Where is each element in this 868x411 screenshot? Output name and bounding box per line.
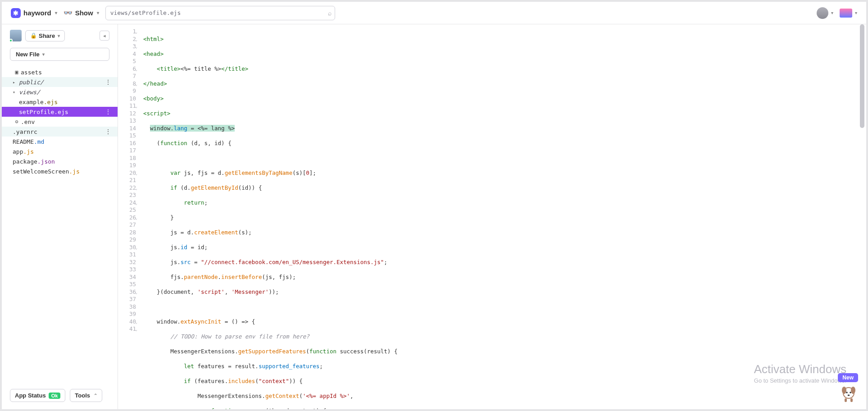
tree-label: .env — [21, 119, 112, 125]
tree-item-env[interactable]: ⊖ .env — [2, 117, 118, 127]
code-content[interactable]: <html> <head> <title><%= title %></title… — [143, 24, 866, 409]
chevron-left-icon: ◂ — [103, 33, 106, 39]
code-editor[interactable]: 1⌄2⌄3⌄456⌄78⌄91011⌄121314151617181920⌄21… — [118, 24, 866, 409]
kebab-icon[interactable]: ⋮ — [104, 128, 112, 135]
app-status-label: App Status — [15, 392, 46, 399]
scrollbar-thumb[interactable] — [860, 24, 864, 128]
sidebar: 🔒 Share ▾ ◂ New File ▾ ▣ assets ▸ public… — [2, 24, 118, 409]
new-badge[interactable]: New — [838, 373, 858, 382]
chevron-up-icon: ⌃ — [94, 393, 97, 398]
kebab-icon[interactable]: ⋮ — [104, 78, 112, 86]
tree-item-package-json[interactable]: package.json — [2, 156, 118, 166]
chevron-down-icon: ▾ — [97, 10, 99, 15]
tree-item-setprofile-ejs[interactable]: setProfile.ejs ⋮ — [2, 107, 118, 117]
line-gutter: 1⌄2⌄3⌄456⌄78⌄91011⌄121314151617181920⌄21… — [118, 24, 140, 333]
search-input[interactable] — [105, 6, 335, 20]
tree-item-public[interactable]: ▸ public/ ⋮ — [2, 77, 118, 87]
file-search[interactable]: ⌕ — [105, 6, 335, 20]
tree-label: README.md — [13, 138, 112, 145]
tree-label: views/ — [19, 89, 112, 96]
glitch-logo-icon: ✱ — [11, 8, 21, 18]
tree-label: setWelcomeScreen.js — [13, 168, 112, 175]
team-menu[interactable]: ▾ — [840, 9, 857, 18]
tools-label: Tools — [75, 392, 90, 399]
lock-icon: 🔒 — [30, 32, 37, 39]
svg-rect-6 — [845, 398, 847, 402]
collapse-sidebar-button[interactable]: ◂ — [100, 31, 109, 41]
tree-item-example-ejs[interactable]: example.ejs — [2, 97, 118, 107]
caret-right-icon: ▸ — [13, 80, 19, 85]
team-flag-icon — [840, 9, 852, 18]
chevron-down-icon: ▾ — [831, 10, 833, 15]
tools-button[interactable]: Tools ⌃ — [70, 389, 102, 402]
svg-point-1 — [842, 387, 846, 394]
user-avatar-small[interactable] — [10, 30, 22, 41]
top-bar: ✱ hayword ▾ 👓 Show ▾ ⌕ ▾ ▾ — [2, 2, 866, 24]
tree-label: setProfile.ejs — [19, 109, 104, 115]
chevron-down-icon: ▾ — [55, 10, 57, 15]
share-button[interactable]: 🔒 Share ▾ — [25, 30, 65, 41]
main-area: 🔒 Share ▾ ◂ New File ▾ ▣ assets ▸ public… — [2, 24, 866, 409]
corner-widgets: New — [838, 373, 858, 403]
new-file-button[interactable]: New File ▾ — [10, 48, 109, 61]
show-mode-selector[interactable]: 👓 Show ▾ — [64, 9, 99, 17]
user-avatar-menu[interactable]: ▾ — [817, 7, 833, 19]
new-file-label: New File — [16, 51, 40, 58]
tree-label: package.json — [13, 158, 112, 165]
project-name: hayword — [23, 9, 51, 17]
tree-item-views[interactable]: ▾ views/ — [2, 87, 118, 97]
share-row: 🔒 Share ▾ ◂ — [2, 30, 118, 46]
show-mode-label: Show — [75, 9, 93, 17]
caret-down-icon: ▾ — [13, 90, 19, 95]
app-status-button[interactable]: App Status Ok — [10, 389, 65, 402]
status-badge: Ok — [49, 393, 61, 399]
project-selector[interactable]: ✱ hayword ▾ — [11, 8, 57, 18]
search-icon: ⌕ — [328, 9, 332, 17]
sidebar-footer: App Status Ok Tools ⌃ — [2, 384, 118, 409]
svg-point-5 — [848, 394, 850, 396]
svg-point-3 — [846, 392, 848, 393]
chevron-down-icon: ▾ — [58, 33, 60, 38]
tree-item-assets[interactable]: ▣ assets — [2, 67, 118, 77]
tree-label: assets — [21, 69, 112, 76]
chevron-down-icon: ▾ — [42, 52, 45, 57]
tree-label: example.ejs — [19, 99, 112, 105]
online-indicator-icon — [9, 39, 13, 42]
tree-item-app-js[interactable]: app.js — [2, 146, 118, 156]
tree-label: .yarnrc — [13, 128, 104, 135]
file-tree: ▣ assets ▸ public/ ⋮ ▾ views/ example.ej… — [2, 67, 118, 384]
share-label: Share — [39, 32, 55, 39]
svg-point-2 — [851, 387, 855, 394]
svg-rect-7 — [850, 398, 853, 402]
tree-item-readme[interactable]: README.md — [2, 137, 118, 146]
pet-dog-icon[interactable] — [839, 384, 858, 403]
glasses-icon: 👓 — [64, 9, 73, 17]
chevron-down-icon: ▾ — [855, 10, 857, 15]
tree-item-setwelcome-js[interactable]: setWelcomeScreen.js — [2, 166, 118, 176]
box-icon: ▣ — [13, 69, 21, 75]
svg-point-4 — [850, 392, 851, 393]
kebab-icon[interactable]: ⋮ — [104, 108, 112, 115]
tree-label: app.js — [13, 148, 112, 155]
avatar-icon — [817, 7, 828, 19]
editor-scrollbar[interactable] — [860, 24, 865, 409]
tree-label: public/ — [19, 79, 104, 86]
tree-item-yarnrc[interactable]: .yarnrc ⋮ — [2, 127, 118, 137]
key-icon: ⊖ — [13, 119, 21, 125]
